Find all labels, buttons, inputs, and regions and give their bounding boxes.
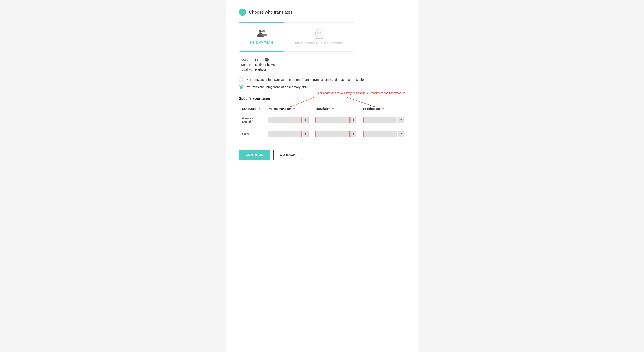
footer-buttons: CONTINUE GO BACK (239, 150, 405, 160)
radio-item-memory-only[interactable]: Pre-translate using translation memory o… (239, 85, 405, 89)
cost-label: Cost: (241, 58, 252, 62)
pm-dropdown-arrow-0[interactable]: ▼ (302, 117, 308, 123)
table-row: German (Austria) ▼ ▼ ▼ (239, 113, 408, 127)
info-grid: Cost: FREE i Speed: Defined by you Quali… (239, 58, 405, 71)
step-number: 3 (239, 9, 246, 16)
continue-button[interactable]: CONTINUE (239, 150, 270, 160)
quality-value: Highest (255, 68, 405, 71)
th-project-manager: Project manager ▼ (264, 104, 312, 113)
pm-cell-0: ▼ (264, 113, 312, 127)
language-cell-1: Polish (239, 127, 264, 141)
pm-input-0[interactable] (268, 117, 302, 123)
pm-dropdown-arrow-1[interactable]: ▼ (302, 131, 308, 137)
quality-label: Quality: (241, 68, 252, 71)
page-container: 3 Choose who translates ME & MY TEAM ISO (226, 0, 418, 352)
svg-point-0 (258, 30, 262, 33)
radio-circle-all (239, 77, 243, 82)
option-professional-full-service: ISO PROFESSIONAL FULL SERVICE (284, 22, 354, 52)
step-header: 3 Choose who translates (239, 9, 405, 16)
radio-group: Pre-translate using translation memory (… (239, 77, 405, 89)
translator-options: ME & MY TEAM ISO PROFESSIONAL FULL SERVI… (239, 22, 405, 52)
filter-icon-language[interactable]: ▼ (258, 107, 261, 110)
proofreader-cell-0: ▼ (360, 113, 408, 127)
radio-label-all: Pre-translate using translation memory (… (246, 78, 366, 81)
table-header-row: Language ▼ Project manager ▼ Translator … (239, 104, 408, 113)
proofreader-cell-1: ▼ (360, 127, 408, 141)
proofreader-input-0[interactable] (363, 117, 397, 123)
radio-item-all[interactable]: Pre-translate using translation memory (… (239, 77, 405, 82)
iso-bar (315, 38, 323, 39)
pm-input-1[interactable] (268, 131, 302, 137)
go-back-button[interactable]: GO BACK (273, 150, 302, 160)
speed-label: Speed: (241, 63, 252, 67)
pm-cell-1: ▼ (264, 127, 312, 141)
speed-value: Defined by you (255, 63, 405, 67)
filter-icon-proofreader[interactable]: ▼ (382, 107, 384, 110)
team-table: Language ▼ Project manager ▼ Translator … (239, 104, 408, 141)
table-row: Polish ▼ ▼ ▼ (239, 127, 408, 141)
team-icon (256, 29, 267, 38)
option-professional-label: PROFESSIONAL FULL SERVICE (295, 42, 343, 45)
proofreader-dropdown-arrow-0[interactable]: ▼ (398, 117, 404, 123)
section-title: Specify your team (239, 97, 405, 101)
translator-input-0[interactable] (316, 117, 350, 123)
th-translator: Translator ▼ (312, 104, 360, 113)
radio-label-memory-only: Pre-translate using translation memory o… (246, 85, 308, 89)
radio-circle-memory-only (239, 85, 243, 89)
filter-icon-translator[interactable]: ▼ (332, 107, 334, 110)
option-me-my-team-label: ME & MY TEAM (250, 41, 273, 44)
translator-dropdown-arrow-0[interactable]: ▼ (350, 117, 356, 123)
th-proofreader: Proofreader ▼ (360, 104, 408, 113)
iso-icon: ISO (315, 29, 323, 39)
proofreader-input-1[interactable] (363, 131, 397, 137)
filter-icon-pm[interactable]: ▼ (293, 107, 296, 110)
cost-value: FREE i (255, 58, 405, 62)
proofreader-dropdown-arrow-1[interactable]: ▼ (398, 131, 404, 137)
translator-dropdown-arrow-1[interactable]: ▼ (350, 131, 356, 137)
language-cell-0: German (Austria) (239, 113, 264, 127)
info-icon[interactable]: i (265, 58, 269, 62)
iso-circle: ISO (315, 29, 323, 37)
annotation-text: Email addresses of your Project managers… (316, 91, 405, 95)
translator-cell-0: ▼ (312, 113, 360, 127)
th-language: Language ▼ (239, 104, 264, 113)
svg-point-1 (262, 30, 265, 33)
step-title: Choose who translates (249, 10, 292, 15)
translator-input-1[interactable] (316, 131, 350, 137)
translator-cell-1: ▼ (312, 127, 360, 141)
option-me-my-team[interactable]: ME & MY TEAM (239, 22, 284, 52)
